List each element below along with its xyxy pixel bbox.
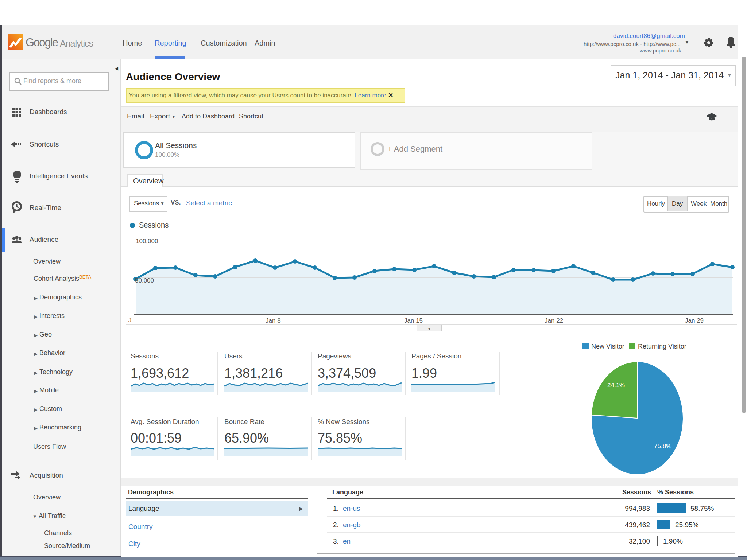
svg-text:24.1%: 24.1% — [607, 382, 625, 389]
svg-text:75.8%: 75.8% — [654, 443, 671, 450]
